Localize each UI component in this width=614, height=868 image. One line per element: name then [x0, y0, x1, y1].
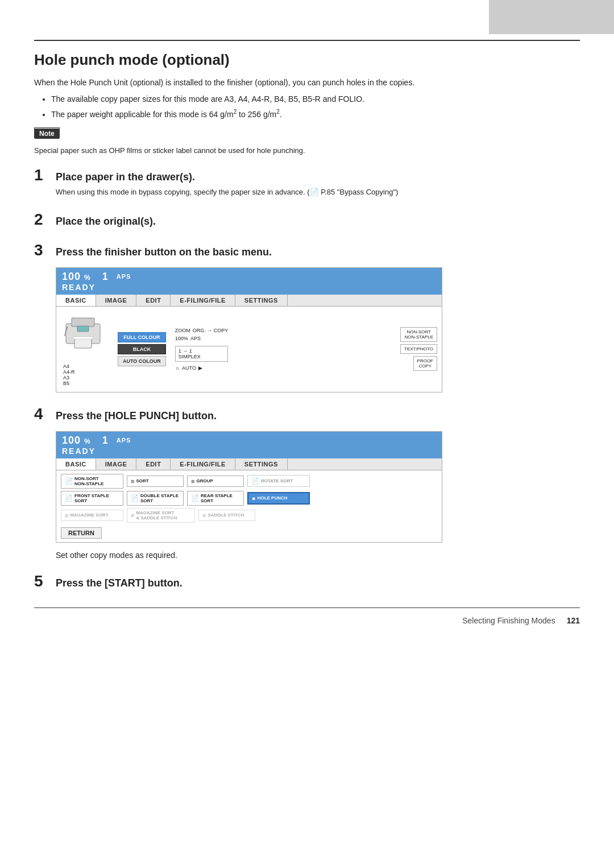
double-staple-btn[interactable]: 📄 DOUBLE STAPLESORT — [127, 491, 184, 506]
bullet-item-2: The paper weight applicable for this mod… — [51, 108, 580, 121]
aps-label-2: APS — [117, 437, 131, 444]
note-label: Note — [35, 129, 59, 139]
magazine-saddle-btn[interactable]: ≡ MAGAZINE SORT& SADDLE STITCH — [127, 508, 195, 523]
non-sort-btn[interactable]: NON-SORT NON-STAPLE — [400, 327, 437, 342]
tab-settings-2[interactable]: SETTINGS — [235, 458, 288, 470]
saddle-stitch-btn[interactable]: ≡ SADDLE STITCH — [198, 510, 255, 521]
bullet-item-1: The available copy paper sizes for this … — [51, 93, 580, 105]
step-4: 4 Press the [HOLE PUNCH] button. 100 % 1… — [34, 405, 580, 560]
zoom-area: ZOOM ORG. → COPY 100% APS 1 → 1 SIMPLEX — [175, 328, 229, 371]
group-btn[interactable]: ≡ GROUP — [187, 476, 244, 487]
note-section: Note Special paper such as OHP films or … — [34, 127, 580, 156]
tab-efiling-2[interactable]: E-FILING/FILE — [171, 458, 235, 470]
front-staple-icon: 📄 — [65, 494, 73, 502]
magazine-sort-label: MAGAZINE SORT — [70, 512, 108, 518]
full-colour-btn[interactable]: FULL COLOUR — [118, 332, 166, 342]
finishing-row-2: 📄 FRONT STAPLESORT 📄 DOUBLE STAPLESORT 📄… — [61, 491, 437, 506]
saddle-stitch-icon: ≡ — [202, 512, 206, 519]
step-1-number: 1 — [34, 166, 50, 184]
front-staple-label: FRONT STAPLESORT — [74, 493, 109, 503]
screen-tabs-1: BASIC IMAGE EDIT E-FILING/FILE SETTINGS — [56, 295, 442, 307]
aps-label: APS — [117, 273, 131, 280]
screen-mockup-2: 100 % 1 APS READY BASIC IMAGE EDIT E-FIL… — [56, 431, 442, 543]
step-1: 1 Place paper in the drawer(s). When usi… — [34, 166, 580, 198]
tab-edit-1[interactable]: EDIT — [136, 295, 171, 306]
screen-body-1: A4 A4-R A3 B5 FULL COLOUR BLACK AUTO COL… — [56, 307, 442, 392]
colour-buttons: FULL COLOUR BLACK AUTO COLOUR — [118, 332, 166, 366]
svg-rect-1 — [72, 318, 94, 326]
zoom-row: ZOOM ORG. → COPY — [175, 328, 229, 333]
step-5-number: 5 — [34, 572, 50, 590]
zoom-values: 100% APS — [175, 336, 229, 341]
return-row: RETURN — [61, 525, 437, 539]
intro-text: When the Hole Punch Unit (optional) is i… — [34, 77, 580, 89]
step-3-title: Press the finisher button on the basic m… — [56, 246, 272, 258]
non-sort-staple-btn[interactable]: 📄 NON-SORTNON-STAPLE — [61, 474, 123, 489]
zoom-display-2: 100 % — [62, 435, 91, 447]
paper-sizes: A4 A4-R A3 B5 — [63, 363, 110, 386]
tab-settings-1[interactable]: SETTINGS — [235, 295, 288, 306]
tab-efiling-1[interactable]: E-FILING/FILE — [171, 295, 235, 306]
magazine-saddle-icon: ≡ — [131, 512, 134, 519]
sort-btn[interactable]: ≡ SORT — [127, 476, 184, 487]
screen-status-row: 100 % 1 APS — [62, 271, 436, 283]
screen-tabs-2: BASIC IMAGE EDIT E-FILING/FILE SETTINGS — [56, 458, 442, 470]
hole-punch-btn[interactable]: ● HOLE PUNCH — [247, 492, 310, 505]
step-1-desc: When using this mode in bypass copying, … — [56, 187, 580, 198]
aps-value: APS — [190, 336, 201, 341]
duplex-area: 1 → 1 SIMPLEX — [175, 346, 229, 362]
rotate-sort-btn[interactable]: 📄 ROTATE SORT — [247, 475, 310, 487]
org-copy-label: ORG. → COPY — [193, 328, 229, 333]
front-staple-btn[interactable]: 📄 FRONT STAPLESORT — [61, 491, 123, 506]
step-2-title: Place the original(s). — [56, 216, 156, 228]
step-4-title: Press the [HOLE PUNCH] button. — [56, 410, 217, 422]
step-5-title: Press the [START] button. — [56, 577, 182, 589]
auto-row: ☼ AUTO ▶ — [175, 365, 229, 371]
rear-staple-icon: 📄 — [191, 494, 199, 502]
tab-image-1[interactable]: IMAGE — [96, 295, 137, 306]
printer-area: A4 A4-R A3 B5 — [61, 310, 112, 388]
tab-image-2[interactable]: IMAGE — [96, 458, 137, 470]
page-title: Hole punch mode (optional) — [34, 51, 580, 69]
return-btn[interactable]: RETURN — [61, 527, 102, 539]
saddle-stitch-label: SADDLE STITCH — [208, 512, 244, 518]
copy-label: COPY — [417, 363, 433, 369]
set-other-text: Set other copy modes as required. — [56, 551, 580, 560]
copy-count: 1 — [102, 271, 109, 283]
tab-basic-2[interactable]: BASIC — [56, 458, 96, 470]
rear-staple-btn[interactable]: 📄 REAR STAPLESORT — [187, 491, 244, 506]
auto-colour-btn[interactable]: AUTO COLOUR — [118, 356, 166, 366]
brightness-icon: ☼ — [175, 365, 180, 371]
tab-basic-1[interactable]: BASIC — [56, 295, 96, 306]
screen-header-2: 100 % 1 APS READY — [56, 432, 442, 458]
step-1-title: Place paper in the drawer(s). — [56, 171, 195, 183]
group-icon: ≡ — [191, 478, 194, 485]
zoom-percent: 100% — [175, 336, 188, 341]
step-4-number: 4 — [34, 405, 50, 423]
non-sort-label-2: NON-STAPLE — [404, 334, 433, 340]
note-text: Special paper such as OHP films or stick… — [34, 142, 580, 156]
hole-punch-label: HOLE PUNCH — [258, 495, 288, 501]
printer-icon — [63, 312, 106, 361]
black-btn[interactable]: BLACK — [118, 344, 166, 354]
svg-rect-4 — [77, 326, 89, 332]
screen-ready: READY — [62, 283, 436, 292]
simplex-label: 1 → 1 — [179, 348, 225, 354]
finishing-body: 📄 NON-SORTNON-STAPLE ≡ SORT ≡ GROUP 📄 RO… — [56, 470, 442, 542]
double-staple-icon: 📄 — [131, 494, 139, 502]
zoom-display: 100 % — [62, 271, 91, 283]
double-staple-label: DOUBLE STAPLESORT — [140, 493, 179, 503]
right-settings: NON-SORT NON-STAPLE TEXT/PHOTO PROOF COP… — [400, 327, 437, 371]
magazine-sort-btn[interactable]: ≡ MAGAZINE SORT — [61, 510, 123, 521]
magazine-sort-icon: ≡ — [65, 512, 68, 519]
proof-copy-btn[interactable]: PROOF COPY — [413, 356, 437, 371]
proof-label: PROOF — [417, 358, 433, 363]
content-area: Hole punch mode (optional) When the Hole… — [34, 40, 580, 625]
group-label: GROUP — [196, 478, 213, 483]
screen-header-1: 100 % 1 APS READY — [56, 268, 442, 295]
arrow-right: ▶ — [198, 365, 202, 371]
top-bar — [489, 0, 614, 34]
text-photo-btn[interactable]: TEXT/PHOTO — [400, 344, 437, 354]
note-box: Note — [34, 127, 60, 138]
tab-edit-2[interactable]: EDIT — [136, 458, 171, 470]
